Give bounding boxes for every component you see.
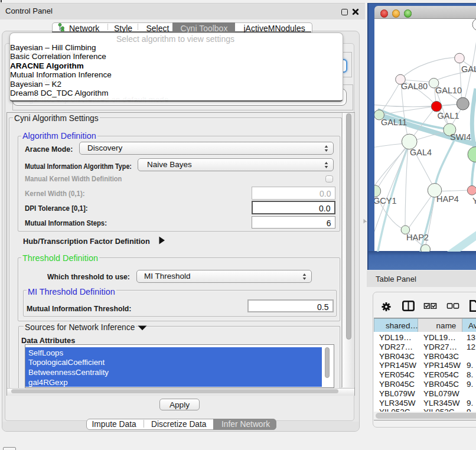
svg-text:GAL1: GAL1 (438, 110, 459, 120)
svg-text:GAL2: GAL2 (461, 64, 476, 74)
svg-text:GCY1: GCY1 (374, 196, 397, 206)
svg-text:GAL4: GAL4 (410, 148, 432, 157)
svg-text:GAL11: GAL11 (381, 118, 407, 127)
svg-text:SWI4: SWI4 (450, 132, 471, 141)
svg-text:HAP4: HAP4 (436, 194, 459, 204)
svg-text:GAL10: GAL10 (435, 86, 462, 95)
svg-text:Y: Y (472, 196, 476, 206)
svg-text:HAP2: HAP2 (406, 233, 429, 242)
svg-text:GAL80: GAL80 (401, 81, 428, 91)
